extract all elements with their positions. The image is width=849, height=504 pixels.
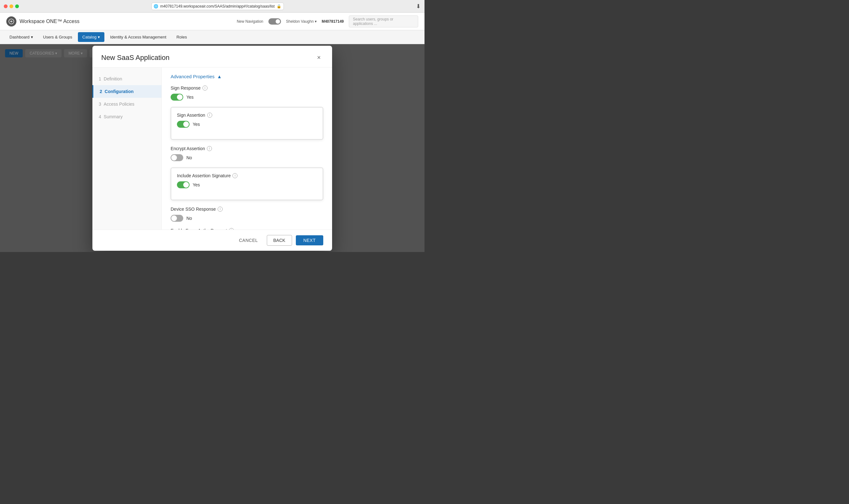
step4-label: Summary [104,114,123,119]
device-sso-response-info-icon[interactable]: i [218,206,223,212]
encrypt-assertion-control: No [170,154,323,161]
sign-assertion-value: Yes [193,122,200,127]
global-search[interactable]: Search users, groups or applications ... [349,16,418,28]
device-sso-response-control: No [170,215,323,222]
sign-response-label: Sign Response i [170,86,323,91]
download-icon: ⬇ [416,3,421,10]
address-bar-container: 🌐 m407817149.workspaceair.com/SAAS/admin… [21,2,413,10]
nav-item-roles[interactable]: Roles [172,32,191,42]
main-content: NEW CATEGORIES ▾ MORE ▾ SETTINGS ▾ New S… [0,44,424,252]
nav-item-catalog[interactable]: Catalog ▾ [78,32,104,42]
nav-item-users-groups[interactable]: Users & Groups [39,32,77,42]
sign-response-toggle[interactable] [170,94,183,101]
sign-assertion-box: Sign Assertion i Yes [170,107,323,140]
maximize-window-button[interactable] [15,4,19,8]
modal-header: New SaaS Application × [92,46,332,68]
encrypt-assertion-label: Encrypt Assertion i [170,146,323,151]
device-sso-response-row: Device SSO Response i No [170,206,323,222]
modal-overlay: New SaaS Application × 1 Definition 2 Co… [0,44,424,252]
include-assertion-signature-value: Yes [193,182,200,187]
step1-label: Definition [104,76,122,82]
sign-assertion-info-icon[interactable]: i [207,113,212,118]
sign-response-info-icon[interactable]: i [202,86,207,91]
new-nav-label: New Navigation [237,19,263,24]
close-window-button[interactable] [4,4,7,8]
nav-identity-label: Identity & Access Management [110,35,166,39]
site-icon: 🌐 [153,4,158,8]
step2-label: Configuration [105,89,134,94]
include-assertion-signature-control: Yes [177,181,317,188]
step3-number: 3 [99,102,101,107]
lock-icon: 🔒 [276,4,281,8]
cancel-button[interactable]: CANCEL [234,235,263,245]
new-nav-toggle[interactable] [268,18,281,24]
sidebar-step-access-policies[interactable]: 3 Access Policies [92,98,161,110]
include-assertion-signature-row: Include Assertion Signature i Yes [177,173,317,188]
encrypt-assertion-info-icon[interactable]: i [207,146,212,151]
collapse-icon: ▲ [217,74,222,79]
tenant-id: M407817149 [322,19,344,24]
title-bar-right: ⬇ [416,3,421,10]
nav-item-dashboard[interactable]: Dashboard ▾ [5,32,38,42]
sign-assertion-toggle[interactable] [177,121,189,128]
sign-response-control: Yes [170,94,323,101]
nav-roles-label: Roles [176,35,187,39]
search-placeholder: Search users, groups or applications ... [353,17,393,26]
nav-users-label: Users & Groups [43,35,72,39]
encrypt-assertion-value: No [186,155,192,160]
modal-new-saas-application: New SaaS Application × 1 Definition 2 Co… [92,46,332,251]
step3-label: Access Policies [104,102,134,107]
app-name: Workspace ONE™ Access [20,19,79,24]
encrypt-assertion-toggle[interactable] [170,154,183,161]
advanced-properties-header[interactable]: Advanced Properties ▲ [170,74,323,79]
sign-assertion-label: Sign Assertion i [177,113,317,118]
traffic-lights [4,4,19,8]
modal-close-button[interactable]: × [314,53,323,62]
modal-footer: CANCEL BACK NEXT [92,230,332,251]
include-assertion-signature-label: Include Assertion Signature i [177,173,317,178]
include-assertion-signature-toggle[interactable] [177,181,189,188]
sidebar-step-configuration[interactable]: 2 Configuration [92,85,161,98]
title-bar: 🌐 m407817149.workspaceair.com/SAAS/admin… [0,0,424,13]
logo-icon [6,16,16,26]
device-sso-response-toggle[interactable] [170,215,183,222]
app-header: Workspace ONE™ Access New Navigation She… [0,13,424,30]
next-button[interactable]: NEXT [296,235,323,245]
modal-title: New SaaS Application [101,54,169,62]
nav-catalog-arrow: ▾ [98,35,100,39]
nav-bar: Dashboard ▾ Users & Groups Catalog ▾ Ide… [0,30,424,44]
user-name[interactable]: Sheldon Vaughn ▾ [286,19,317,24]
nav-dashboard-arrow: ▾ [31,35,33,39]
back-button[interactable]: BACK [267,235,292,246]
step1-number: 1 [99,76,101,82]
sidebar-step-definition[interactable]: 1 Definition [92,73,161,85]
nav-dashboard-label: Dashboard [10,35,30,39]
sidebar-step-summary[interactable]: 4 Summary [92,110,161,123]
sign-assertion-control: Yes [177,121,317,128]
device-sso-response-value: No [186,216,192,221]
modal-content-area: Advanced Properties ▲ Sign Response i Ye… [162,68,332,230]
app-header-right: New Navigation Sheldon Vaughn ▾ M4078171… [237,16,418,28]
modal-sidebar: 1 Definition 2 Configuration 3 Access Po… [92,68,162,230]
address-text: m407817149.workspaceair.com/SAAS/admin/a… [160,4,275,8]
sign-response-row: Sign Response i Yes [170,86,323,101]
include-assertion-signature-info-icon[interactable]: i [232,173,237,178]
nav-item-identity[interactable]: Identity & Access Management [106,32,170,42]
device-sso-response-label: Device SSO Response i [170,206,323,212]
address-bar[interactable]: 🌐 m407817149.workspaceair.com/SAAS/admin… [151,2,284,10]
sign-assertion-row: Sign Assertion i Yes [177,113,317,128]
app-logo: Workspace ONE™ Access [6,16,79,26]
step2-number: 2 [100,89,102,94]
minimize-window-button[interactable] [10,4,13,8]
nav-catalog-label: Catalog [82,35,96,39]
step4-number: 4 [99,114,101,119]
include-assertion-signature-box: Include Assertion Signature i Yes [170,167,323,200]
modal-body: 1 Definition 2 Configuration 3 Access Po… [92,68,332,230]
advanced-properties-label: Advanced Properties [170,74,215,79]
encrypt-assertion-row: Encrypt Assertion i No [170,146,323,161]
sign-response-value: Yes [186,95,194,100]
